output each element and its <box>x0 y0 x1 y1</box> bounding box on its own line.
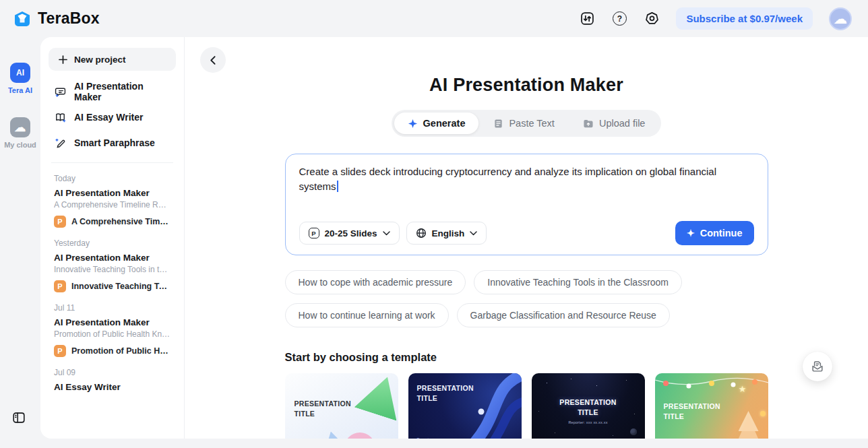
terabox-logo[interactable]: TeraBox <box>12 9 100 29</box>
suggestion-chip[interactable]: Innovative Teaching Tools in the Classro… <box>474 270 682 294</box>
decor-planet <box>630 428 637 435</box>
terabox-logo-icon <box>12 9 32 29</box>
feedback-button[interactable] <box>803 352 832 381</box>
essay-writer-icon <box>54 111 67 124</box>
ppt-file-icon: P <box>54 280 66 292</box>
terabox-logo-text: TeraBox <box>38 9 100 28</box>
template-card-light[interactable]: PRESENTATIONTITLE <box>285 373 398 439</box>
tera-ai-label: Tera AI <box>8 86 32 94</box>
my-cloud-label: My cloud <box>4 141 36 149</box>
sidebar-divider <box>51 162 173 163</box>
text-caret <box>337 181 338 192</box>
tab-upload-file[interactable]: Upload file <box>569 113 659 134</box>
decor-star-icon: ★ <box>739 384 747 394</box>
suggestion-chips: How to cope with academic pressure Innov… <box>285 270 768 327</box>
history-file[interactable]: P Promotion of Public Health K... <box>54 345 170 357</box>
sidebar-toggle-icon[interactable] <box>11 410 26 425</box>
history-date: Today <box>54 174 170 183</box>
suggestion-chip[interactable]: Garbage Classification and Resource Reus… <box>457 303 670 327</box>
history-file[interactable]: P Innovative Teaching Tools in t... <box>54 280 170 292</box>
top-header: TeraBox ? Subscribe at $0.97/week <box>0 0 868 37</box>
sidebar-item-ai-essay-writer[interactable]: AI Essay Writer <box>47 104 177 130</box>
ppt-file-icon: P <box>54 345 66 357</box>
history-date: Yesterday <box>54 238 170 248</box>
sidebar-item-label: AI Presentation Maker <box>74 81 170 102</box>
decor-triangle <box>354 373 398 421</box>
language-select[interactable]: English <box>406 222 487 245</box>
chevron-down-icon <box>470 231 477 236</box>
upload-folder-icon <box>583 119 594 129</box>
left-rail: AI Tera AI ☁ My cloud <box>0 37 40 448</box>
tab-paste-text[interactable]: Paste Text <box>480 113 567 134</box>
sidebar-item-ai-presentation-maker[interactable]: AI Presentation Maker <box>47 79 177 104</box>
template-card-blue-ribbon[interactable]: PRESENTATIONTITLE Reporter: xxx <box>408 373 522 439</box>
slides-count-select[interactable]: P 20-25 Slides <box>299 222 400 245</box>
prompt-input[interactable]: Create a slides deck introducing cryptoc… <box>299 164 754 209</box>
decor-tree <box>733 416 764 439</box>
history-file[interactable]: P A Comprehensive Timeline R... <box>54 216 170 228</box>
template-card-space[interactable]: PRESENTATIONTITLE Reporter: xxx xx.xx.xx <box>532 373 645 439</box>
suggestion-chip[interactable]: How to continue learning at work <box>285 303 449 327</box>
chevron-down-icon <box>383 231 390 236</box>
history-item[interactable]: AI Presentation Maker Promotion of Publi… <box>54 317 170 357</box>
tera-ai-icon: AI <box>10 63 30 83</box>
decor-stars <box>532 373 532 374</box>
sparkle-diamond-icon <box>408 119 418 129</box>
content-panel: New project AI Presentation Maker <box>40 37 868 439</box>
history-date: Jul 09 <box>54 368 170 377</box>
slides-icon: P <box>309 228 319 238</box>
main-area: AI Presentation Maker Generate Paste Tex… <box>185 37 868 439</box>
decor-string-lights <box>655 375 768 393</box>
app-window: TeraBox ? Subscribe at $0.97/week <box>0 0 868 448</box>
rail-item-my-cloud[interactable]: ☁ My cloud <box>4 117 36 149</box>
template-card-holiday[interactable]: ★ PRESENTATIONTITLE <box>655 373 768 439</box>
settings-icon[interactable] <box>644 11 660 27</box>
chevron-left-icon <box>208 55 218 65</box>
transfer-list-icon[interactable] <box>579 11 595 27</box>
sidebar-item-label: AI Essay Writer <box>74 112 143 123</box>
history-section-jul-09: Jul 09 AI Essay Writer <box>47 368 177 392</box>
avatar-cloud-icon: ☁ <box>834 12 847 26</box>
rail-item-tera-ai[interactable]: AI Tera AI <box>8 63 32 94</box>
my-cloud-icon: ☁ <box>10 117 30 137</box>
suggestion-chip[interactable]: How to cope with academic pressure <box>285 270 466 294</box>
prompt-card: Create a slides deck introducing cryptoc… <box>285 154 768 255</box>
history-section-yesterday: Yesterday AI Presentation Maker Innovati… <box>47 238 177 292</box>
help-icon[interactable]: ? <box>611 11 627 27</box>
tab-generate[interactable]: Generate <box>394 113 479 134</box>
sidebar-item-label: Smart Paraphrase <box>74 137 155 148</box>
ppt-file-icon: P <box>54 216 66 228</box>
paraphrase-pen-icon <box>54 137 67 150</box>
decor-bauble <box>760 411 766 416</box>
template-list: PRESENTATIONTITLE PRESENTATIONTITLE Repo… <box>285 373 768 439</box>
back-button[interactable] <box>200 47 226 73</box>
sidebar-item-smart-paraphrase[interactable]: Smart Paraphrase <box>47 130 177 156</box>
history-date: Jul 11 <box>54 303 170 313</box>
sidebar: New project AI Presentation Maker <box>40 37 185 439</box>
history-item[interactable]: AI Essay Writer <box>54 382 170 392</box>
feedback-inbox-icon <box>810 359 825 374</box>
sparkle-icon: ✦ <box>687 228 695 238</box>
globe-icon <box>416 228 427 238</box>
plus-icon <box>58 55 68 65</box>
presentation-maker-icon <box>54 86 67 98</box>
history-item[interactable]: AI Presentation Maker Innovative Teachin… <box>54 253 170 292</box>
history-item[interactable]: AI Presentation Maker A Comprehensive Ti… <box>54 188 170 228</box>
history-section-jul-11: Jul 11 AI Presentation Maker Promotion o… <box>47 303 177 357</box>
document-icon <box>493 119 503 129</box>
new-project-button[interactable]: New project <box>49 48 176 71</box>
templates-heading: Start by choosing a template <box>285 351 768 364</box>
page-title: AI Presentation Maker <box>285 75 768 96</box>
decor-circle <box>344 433 375 439</box>
decor-triangle <box>317 428 349 439</box>
mode-tabs: Generate Paste Text Upload file <box>392 110 662 137</box>
subscribe-button[interactable]: Subscribe at $0.97/week <box>676 7 813 30</box>
user-avatar[interactable]: ☁ <box>829 7 852 30</box>
history-section-today: Today AI Presentation Maker A Comprehens… <box>47 174 177 228</box>
continue-button[interactable]: ✦ Continue <box>675 221 754 245</box>
